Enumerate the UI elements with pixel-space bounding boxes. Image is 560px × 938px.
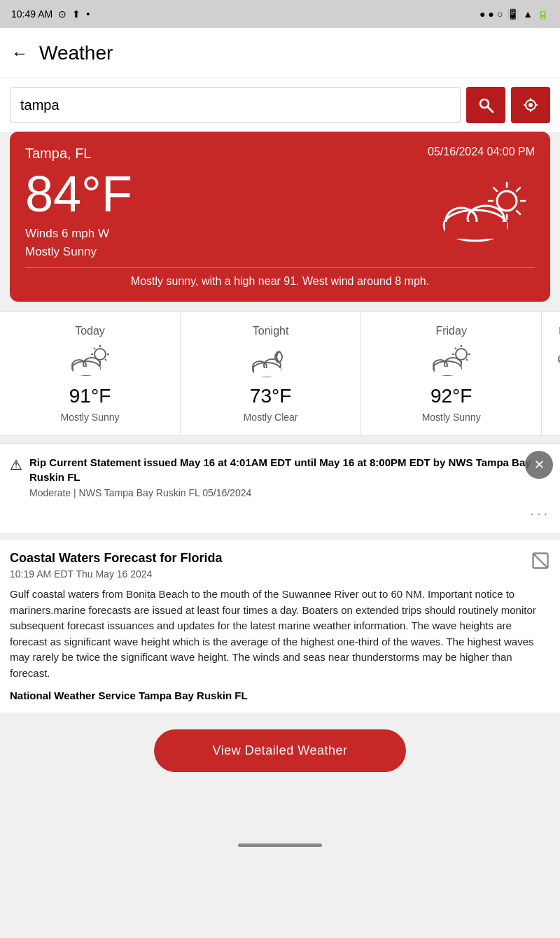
forecast-today-condition: Mostly Sunny — [7, 412, 173, 423]
forecast-tonight-icon — [248, 344, 293, 378]
search-input[interactable] — [10, 87, 461, 123]
search-bar — [0, 78, 560, 132]
coastal-header: Coastal Waters Forecast for Florida 10:1… — [10, 551, 550, 587]
home-indicator — [238, 844, 322, 847]
status-dot: • — [86, 8, 90, 20]
mute-icon — [531, 551, 550, 570]
forecast-friday-icon — [429, 344, 474, 378]
svg-point-2 — [528, 103, 533, 107]
svg-line-41 — [466, 359, 468, 360]
forecast-today-period: Today — [7, 325, 173, 337]
forecast-tonight-temp: 73°F — [188, 385, 354, 407]
alert-more-dots[interactable]: ··· — [10, 505, 550, 522]
weather-description: Mostly sunny, with a high near 91. West … — [25, 267, 535, 288]
alert-title: Rip Current Statement issued May 16 at 4… — [29, 455, 550, 484]
status-time: 10:49 AM — [11, 8, 52, 20]
forecast-today-temp: 91°F — [7, 385, 173, 407]
coastal-title-area: Coastal Waters Forecast for Florida 10:1… — [10, 551, 222, 587]
status-vibrate-icon: 📳 — [507, 8, 519, 20]
forecast-partial-temp: 78 — [546, 374, 560, 392]
forecast-partial-icon — [556, 343, 560, 368]
forecast-friday-partial: Frida 78 Most — [542, 312, 560, 435]
search-button[interactable] — [466, 87, 505, 123]
sky-condition: Mostly Sunny — [25, 245, 97, 258]
app-bar: ← Weather — [0, 28, 560, 78]
status-dots: ● ● ○ — [479, 8, 503, 20]
status-left: 10:49 AM ⊙ ⬆ • — [11, 8, 90, 20]
status-battery-icon: 🔋 — [537, 8, 549, 20]
back-button[interactable]: ← — [11, 43, 28, 63]
mostly-sunny-icon-large — [430, 180, 535, 250]
svg-line-25 — [94, 348, 95, 349]
coastal-forecast-title: Coastal Waters Forecast for Florida — [10, 551, 222, 566]
svg-line-14 — [517, 211, 520, 214]
status-wifi-icon: ▲ — [523, 8, 533, 20]
status-check-icon: ⊙ — [58, 8, 66, 20]
forecast-partial-period: Frida — [546, 325, 560, 336]
bottom-spacer — [0, 789, 560, 831]
svg-line-13 — [493, 188, 497, 191]
svg-line-1 — [488, 107, 493, 112]
weather-datetime: 05/16/2024 04:00 PM — [428, 146, 535, 158]
coastal-mute-button[interactable] — [531, 551, 550, 574]
page-title: Weather — [39, 42, 113, 64]
forecast-row: Today 91°F Mostly Sunny Tonight — [0, 312, 560, 436]
forecast-tonight-period: Tonight — [188, 325, 354, 337]
svg-rect-30 — [74, 367, 100, 375]
alert-text: Rip Current Statement issued May 16 at 4… — [29, 455, 550, 498]
svg-line-26 — [105, 359, 106, 360]
svg-line-49 — [533, 554, 548, 568]
location-button[interactable] — [511, 87, 550, 123]
weather-card: Tampa, FL 05/16/2024 04:00 PM 84°F Winds… — [10, 132, 550, 302]
location-name: Tampa, FL — [25, 146, 91, 162]
forecast-friday-temp: 92°F — [368, 385, 534, 407]
svg-point-8 — [497, 191, 517, 211]
forecast-partial-cond: Most — [546, 396, 560, 406]
alert-section: ⚠ Rip Current Statement issued May 16 at… — [0, 443, 560, 533]
svg-line-15 — [517, 188, 520, 191]
coastal-body-text: Gulf coastal waters from Bonita Beach to… — [10, 587, 550, 681]
alert-triangle-icon: ⚠ — [10, 456, 22, 473]
status-bar: 10:49 AM ⊙ ⬆ • ● ● ○ 📳 ▲ 🔋 — [0, 0, 560, 28]
status-right: ● ● ○ 📳 ▲ 🔋 — [479, 8, 549, 20]
svg-rect-34 — [254, 368, 281, 377]
alert-row: ⚠ Rip Current Statement issued May 16 at… — [10, 455, 550, 498]
svg-rect-19 — [445, 222, 507, 239]
search-icon — [477, 97, 494, 113]
current-temperature: 84°F — [25, 169, 132, 219]
forecast-tonight-condition: Mostly Clear — [188, 412, 354, 423]
wind-speed: Winds 6 mph W — [25, 227, 109, 240]
forecast-friday-condition: Mostly Sunny — [368, 412, 534, 423]
temp-section: 84°F Winds 6 mph W Mostly Sunny — [25, 169, 132, 260]
weather-card-header: Tampa, FL 05/16/2024 04:00 PM — [25, 146, 535, 162]
svg-line-40 — [455, 348, 456, 349]
coastal-source: National Weather Service Tampa Bay Ruski… — [10, 690, 550, 701]
dismiss-alert-button[interactable]: ✕ — [525, 451, 553, 479]
coastal-section: Coastal Waters Forecast for Florida 10:1… — [0, 540, 560, 713]
weather-main: 84°F Winds 6 mph W Mostly Sunny — [25, 169, 535, 260]
wind-info: Winds 6 mph W Mostly Sunny — [25, 225, 132, 260]
view-detailed-button[interactable]: View Detailed Weather — [154, 729, 406, 772]
alert-meta: Moderate | NWS Tampa Bay Ruskin FL 05/16… — [29, 487, 550, 498]
location-icon — [522, 97, 539, 113]
forecast-friday-period: Friday — [368, 325, 534, 337]
status-upload-icon: ⬆ — [72, 8, 80, 20]
svg-rect-45 — [435, 367, 461, 375]
forecast-friday: Friday 92°F Mostly Sunny — [361, 312, 542, 435]
coastal-date: 10:19 AM EDT Thu May 16 2024 — [10, 568, 222, 580]
forecast-today: Today 91°F Mostly Sunny — [0, 312, 181, 435]
forecast-today-icon — [68, 344, 113, 378]
bottom-bar — [0, 831, 560, 859]
forecast-tonight: Tonight 73°F Mostly Clear — [181, 312, 361, 435]
